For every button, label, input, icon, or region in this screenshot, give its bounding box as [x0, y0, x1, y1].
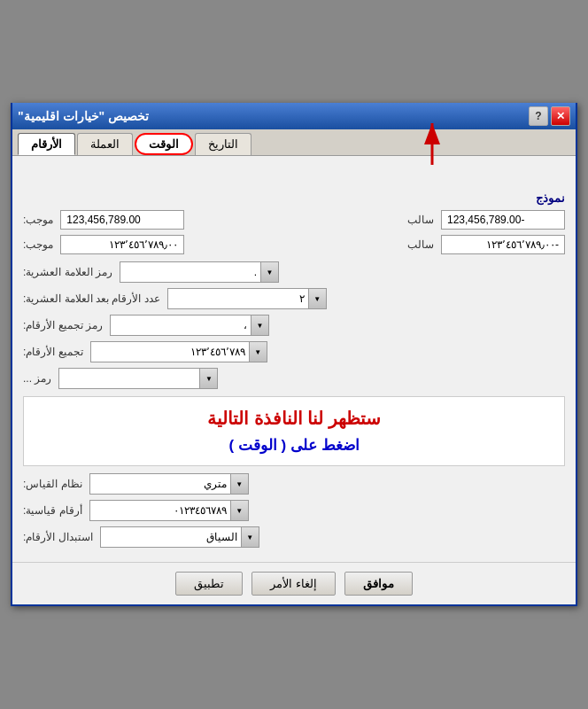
- lower-combo-label-2: استبدال الأرقام:: [23, 531, 93, 543]
- positive-pair-1: 123,456,789.00 موجب:: [23, 210, 184, 230]
- combo-label-2: رمز تجميع الأرقام:: [23, 319, 103, 331]
- lower-combo-label-0: نظام القياس:: [23, 478, 82, 490]
- lower-combo-row-1: ▼ ٠١٢٣٤٥٦٧٨٩ أرقام قياسية:: [23, 500, 565, 521]
- cancel-button[interactable]: إلغاء الأمر: [251, 572, 336, 596]
- lower-combo-dropdown-0[interactable]: ▼: [230, 474, 248, 494]
- negative-pair-1: 123,456,789.00- سالب: [407, 210, 565, 230]
- number-row-1: 123,456,789.00- سالب 123,456,789.00 موجب…: [23, 210, 565, 230]
- tab-omla[interactable]: العملة: [77, 133, 133, 155]
- combo-fields-bottom: ▼ متري نظام القياس: ▼ ٠١٢٣٤٥٦٧٨٩ أرقام ق…: [23, 473, 565, 548]
- number-row-2: ‏-١٢٣٬٤٥٦٬٧٨٩٫٠٠ سالب ١٢٣٬٤٥٦٬٧٨٩٫٠٠ موج…: [23, 235, 565, 254]
- lower-combo-label-1: أرقام قياسية:: [23, 504, 82, 517]
- combo-value-3: ١٢٣٬٤٥٦٬٧٨٩: [91, 344, 249, 360]
- positive-value-2: ١٢٣٬٤٥٦٬٧٨٩٫٠٠: [60, 235, 184, 254]
- moojab-label-2: موجب:: [23, 238, 53, 251]
- combo-dropdown-3[interactable]: ▼: [249, 342, 267, 362]
- combo-row-0: ▼ . رمز العلامة العشرية:: [23, 261, 565, 283]
- overlay-line1: ستظهر لنا النافذة التالية: [38, 408, 550, 429]
- lower-combo-box-0[interactable]: ▼ متري: [89, 473, 249, 495]
- ok-button[interactable]: موافق: [344, 572, 413, 596]
- combo-row-1: ▼ ٢ عدد الأرقام بعد العلامة العشرية:: [23, 288, 565, 309]
- overlay-line2: اضغط على ( الوقت ): [38, 436, 550, 455]
- lower-combo-value-2: السياق: [101, 529, 241, 545]
- combo-label-0: رمز العلامة العشرية:: [23, 266, 112, 278]
- combo-box-4[interactable]: ▼: [58, 368, 218, 389]
- combo-fields-top: ▼ . رمز العلامة العشرية: ▼ ٢ عدد الأرقام…: [23, 261, 565, 389]
- apply-button[interactable]: تطبيق: [175, 572, 243, 596]
- window-title: تخصيص "خيارات اقليمية": [18, 109, 149, 123]
- combo-row-3: ▼ ١٢٣٬٤٥٦٬٧٨٩ تجميع الأرقام:: [23, 341, 565, 362]
- tabs-row: التاريخ الوقت العملة الأرقام: [12, 129, 576, 156]
- negative-value-1: 123,456,789.00-: [441, 210, 565, 230]
- main-window: ✕ ? تخصيص "خيارات اقليمية" التاريخ الوقت…: [11, 103, 577, 606]
- salib-label-2: سالب: [407, 238, 434, 251]
- numbers-section: 123,456,789.00- سالب 123,456,789.00 موجب…: [23, 210, 565, 254]
- combo-box-0[interactable]: ▼ .: [120, 261, 279, 283]
- lower-combo-row-2: ▼ السياق استبدال الأرقام:: [23, 526, 565, 548]
- tab-arqam[interactable]: الأرقام: [18, 133, 75, 155]
- combo-dropdown-2[interactable]: ▼: [251, 316, 268, 335]
- title-bar: ✕ ? تخصيص "خيارات اقليمية": [12, 103, 576, 129]
- positive-value-1: 123,456,789.00: [60, 210, 184, 230]
- lower-combo-dropdown-2[interactable]: ▼: [241, 527, 259, 547]
- combo-box-1[interactable]: ▼ ٢: [167, 288, 327, 309]
- combo-label-3: تجميع الأرقام:: [23, 346, 83, 358]
- positive-pair-2: ١٢٣٬٤٥٦٬٧٨٩٫٠٠ موجب:: [23, 235, 184, 254]
- combo-row-2: ▼ ، رمز تجميع الأرقام:: [23, 315, 565, 336]
- negative-value-2: ‏-١٢٣٬٤٥٦٬٧٨٩٫٠٠: [441, 235, 565, 254]
- red-arrow-svg: [379, 116, 485, 169]
- combo-value-2: ،: [111, 317, 251, 333]
- combo-label-1: عدد الأرقام بعد العلامة العشرية:: [23, 292, 160, 305]
- tab-tarikh[interactable]: التاريخ: [195, 133, 251, 155]
- title-bar-buttons: ✕ ?: [529, 106, 570, 126]
- lower-combo-value-0: متري: [90, 476, 230, 492]
- combo-label-4: رمز ...: [23, 372, 51, 385]
- salib-label-1: سالب: [407, 214, 434, 226]
- combo-value-0: .: [120, 264, 260, 280]
- combo-dropdown-0[interactable]: ▼: [260, 262, 278, 282]
- arrow-area: [23, 165, 565, 191]
- combo-value-1: ٢: [168, 291, 308, 307]
- combo-dropdown-1[interactable]: ▼: [308, 289, 326, 308]
- footer: تطبيق إلغاء الأمر موافق: [12, 562, 576, 604]
- lower-combo-box-2[interactable]: ▼ السياق: [100, 526, 259, 548]
- overlay-annotation: ستظهر لنا النافذة التالية اضغط على ( الو…: [23, 396, 565, 466]
- combo-box-2[interactable]: ▼ ،: [110, 315, 269, 336]
- lower-combo-row-0: ▼ متري نظام القياس:: [23, 473, 565, 495]
- help-button[interactable]: ?: [529, 106, 548, 126]
- combo-row-4: ▼ رمز ...: [23, 368, 565, 389]
- combo-value-4: [59, 377, 199, 380]
- moojab-label-1: موجب:: [23, 214, 53, 226]
- tab-waqt[interactable]: الوقت: [135, 133, 193, 155]
- negative-pair-2: ‏-١٢٣٬٤٥٦٬٧٨٩٫٠٠ سالب: [407, 235, 565, 254]
- lower-combo-value-1: ٠١٢٣٤٥٦٧٨٩: [90, 503, 230, 518]
- content-area: نموذج 123,456,789.00- سالب 123,456,789.0…: [12, 156, 576, 562]
- close-button[interactable]: ✕: [551, 106, 570, 126]
- namoozaj-label: نموذج: [23, 191, 565, 205]
- lower-combo-box-1[interactable]: ▼ ٠١٢٣٤٥٦٧٨٩: [89, 500, 249, 521]
- lower-combo-dropdown-1[interactable]: ▼: [230, 501, 248, 520]
- combo-dropdown-4[interactable]: ▼: [199, 369, 217, 388]
- combo-box-3[interactable]: ▼ ١٢٣٬٤٥٦٬٧٨٩: [90, 341, 267, 362]
